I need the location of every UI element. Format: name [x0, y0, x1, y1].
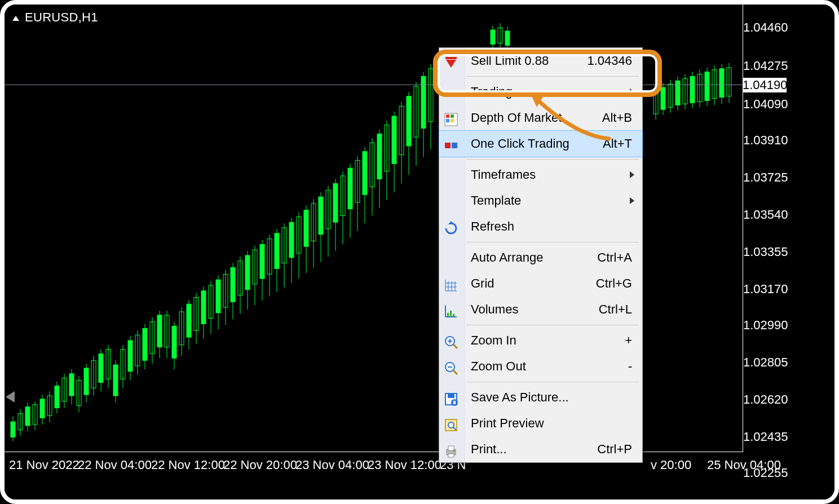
menu-item-template[interactable]: Template — [439, 188, 642, 214]
scroll-left-icon[interactable] — [6, 391, 15, 403]
svg-rect-148 — [446, 119, 449, 122]
menu-separator — [466, 382, 639, 382]
svg-rect-9 — [40, 399, 45, 418]
oct-icon — [444, 136, 460, 152]
menu-item-label: Print Preview — [471, 416, 544, 430]
y-tick-label: 1.02435 — [743, 430, 786, 444]
submenu-arrow-icon — [630, 171, 634, 178]
svg-rect-117 — [491, 30, 495, 44]
svg-rect-162 — [450, 311, 452, 317]
menu-item-label: One Click Trading — [471, 136, 569, 151]
menu-item-oct[interactable]: One Click TradingAlt+T — [439, 131, 642, 157]
x-tick-label: 23 Nov 12:00 — [368, 458, 441, 472]
expand-icon — [12, 16, 19, 21]
y-tick-label: 1.02805 — [743, 355, 786, 370]
svg-rect-61 — [231, 268, 235, 302]
y-tick-label: 1.03170 — [743, 282, 786, 297]
svg-rect-97 — [363, 152, 367, 194]
menu-item-dom[interactable]: Depth Of MarketAlt+B — [439, 105, 642, 131]
menu-separator — [466, 76, 639, 77]
menu-item-shortcut: Ctrl+A — [597, 245, 632, 271]
svg-rect-172 — [448, 394, 454, 398]
menu-item-shortcut: Ctrl+G — [596, 271, 632, 297]
submenu-arrow-icon — [630, 197, 634, 204]
menu-item-save-pic[interactable]: Save As Picture... — [439, 384, 642, 410]
svg-line-165 — [453, 344, 457, 348]
menu-separator — [466, 159, 639, 160]
menu-item-shortcut: + — [625, 328, 632, 353]
preview-icon — [444, 415, 460, 431]
svg-rect-53 — [201, 291, 206, 324]
menu-item-label: Save As Picture... — [471, 390, 569, 404]
print-icon — [444, 441, 460, 457]
y-tick-label: 1.02620 — [743, 392, 786, 407]
svg-rect-144 — [445, 57, 457, 59]
svg-rect-13 — [55, 386, 59, 408]
x-tick-label: v 20:00 — [651, 458, 691, 472]
menu-item-timeframes[interactable]: Timeframes — [439, 162, 642, 188]
y-tick-label: 1.03355 — [743, 245, 786, 259]
menu-item-refresh[interactable]: Refresh — [439, 214, 642, 240]
menu-item-label: Volumes — [471, 302, 518, 316]
menu-item-zoom-in[interactable]: Zoom In+ — [439, 328, 642, 353]
menu-item-sell-limit[interactable]: Sell Limit 0.881.04346 — [439, 48, 642, 74]
menu-item-label: Trading — [471, 85, 513, 99]
menu-separator — [466, 242, 639, 242]
chart-title: EURUSD,H1 — [12, 10, 98, 25]
svg-rect-137 — [705, 72, 709, 101]
menu-item-auto-arrange[interactable]: Auto ArrangeCtrl+A — [439, 245, 642, 271]
volumes-icon — [444, 302, 460, 317]
menu-item-trading[interactable]: Trading — [439, 79, 642, 105]
menu-item-volumes[interactable]: VolumesCtrl+L — [439, 297, 642, 322]
sell-arrow-icon — [444, 53, 460, 69]
svg-rect-109 — [407, 96, 411, 146]
menu-item-label: Zoom In — [471, 333, 516, 347]
svg-rect-69 — [260, 244, 264, 278]
menu-item-label: Auto Arrange — [471, 250, 543, 264]
svg-rect-89 — [333, 184, 338, 223]
menu-item-zoom-out[interactable]: Zoom Out- — [439, 353, 642, 379]
svg-rect-81 — [304, 210, 308, 247]
svg-rect-133 — [690, 76, 695, 103]
svg-rect-161 — [447, 313, 449, 317]
svg-rect-174 — [453, 401, 456, 404]
menu-item-grid[interactable]: GridCtrl+G — [439, 271, 642, 297]
grid-icon — [444, 276, 460, 291]
dom-icon — [444, 110, 460, 126]
menu-item-print-preview[interactable]: Print Preview — [439, 410, 642, 436]
menu-item-shortcut: Ctrl+P — [597, 436, 632, 462]
menu-item-shortcut: - — [628, 353, 632, 379]
menu-item-label: Template — [471, 193, 521, 207]
zoom-in-icon — [444, 333, 460, 348]
refresh-icon — [444, 219, 460, 235]
x-tick-label: 25 Nov 04:00 — [707, 458, 781, 472]
svg-rect-149 — [451, 119, 454, 122]
y-tick-label: 1.04275 — [743, 59, 786, 73]
svg-rect-41 — [157, 315, 162, 347]
y-tick-label: 1.03540 — [743, 207, 786, 222]
chart-title-text: EURUSD,H1 — [25, 10, 98, 24]
menu-item-label: Timeframes — [471, 167, 536, 182]
menu-item-label: Grid — [471, 276, 494, 290]
svg-rect-141 — [719, 69, 724, 98]
menu-item-shortcut: 1.04346 — [587, 48, 632, 74]
x-tick-label: 21 Nov 2022 — [9, 458, 80, 472]
menu-item-label: Print... — [471, 442, 507, 456]
chart-window: EURUSD,H1 — [5, 5, 834, 499]
svg-rect-121 — [505, 31, 510, 45]
svg-rect-125 — [661, 87, 665, 109]
svg-rect-33 — [128, 341, 133, 372]
menu-separator — [466, 325, 639, 325]
x-tick-label: 22 Nov 20:00 — [223, 458, 297, 472]
svg-rect-77 — [289, 222, 294, 258]
svg-rect-37 — [143, 328, 147, 360]
y-tick-label: 1.03725 — [743, 170, 786, 185]
svg-rect-17 — [69, 374, 74, 396]
x-tick-label: 22 Nov 12:00 — [151, 458, 225, 472]
menu-item-print[interactable]: Print...Ctrl+P — [439, 436, 642, 462]
menu-item-label: Depth Of Market — [471, 110, 562, 125]
svg-rect-146 — [446, 114, 449, 118]
y-tick-label: 1.04090 — [743, 97, 786, 112]
svg-rect-101 — [377, 134, 382, 179]
price-axis: 1.04190 1.044601.042751.040901.039101.03… — [743, 5, 834, 452]
